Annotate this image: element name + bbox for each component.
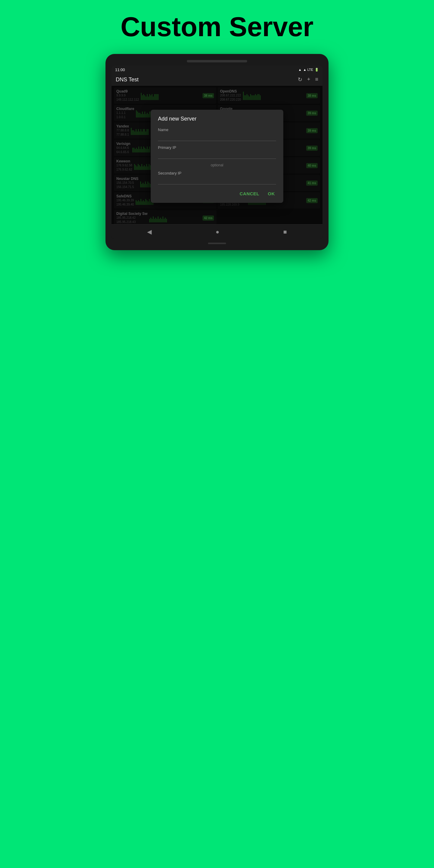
- tablet-top-bar: [112, 60, 322, 62]
- ok-button[interactable]: OK: [267, 189, 276, 198]
- primary-ip-input[interactable]: [158, 151, 276, 159]
- home-button[interactable]: ●: [216, 228, 219, 236]
- tablet-camera: [187, 60, 247, 62]
- tune-icon[interactable]: ≡: [315, 76, 318, 83]
- tablet-frame: 11:00 ▲ ▲ LTE 🔋 DNS Test ↻ + ≡ Quad9 9.: [105, 54, 329, 250]
- dns-list-container: Quad9 9.9.9.9149.112.112.112 38 ms OpenD…: [112, 86, 322, 224]
- optional-text: optional: [158, 163, 276, 167]
- status-bar: 11:00 ▲ ▲ LTE 🔋: [112, 65, 322, 74]
- add-server-dialog: Add new Server Name Primary IP optional …: [151, 110, 283, 203]
- status-time: 11:00: [115, 67, 125, 72]
- name-field: Name: [158, 127, 276, 141]
- tablet-home-indicator: [208, 243, 226, 244]
- back-button[interactable]: ◀: [147, 228, 152, 236]
- tablet-bottom-bar: [112, 243, 322, 244]
- app-bar: DNS Test ↻ + ≡: [112, 74, 322, 86]
- primary-ip-label: Primary IP: [158, 145, 276, 150]
- secondary-ip-label: Secondary IP: [158, 171, 276, 176]
- secondary-ip-field: Secondary IP: [158, 171, 276, 184]
- dialog-title: Add new Server: [158, 116, 276, 122]
- secondary-ip-input[interactable]: [158, 177, 276, 184]
- app-bar-icons: ↻ + ≡: [298, 76, 318, 83]
- recent-button[interactable]: ■: [283, 228, 287, 236]
- wifi-icon: ▲: [299, 68, 302, 71]
- primary-ip-field: Primary IP: [158, 145, 276, 159]
- status-icons: ▲ ▲ LTE 🔋: [299, 68, 319, 72]
- bottom-nav: ◀ ● ■: [112, 224, 322, 239]
- lte-icon: ▲ LTE: [303, 68, 313, 71]
- dialog-overlay: Add new Server Name Primary IP optional …: [112, 86, 322, 224]
- name-label: Name: [158, 127, 276, 132]
- tablet-screen: 11:00 ▲ ▲ LTE 🔋 DNS Test ↻ + ≡ Quad9 9.: [112, 65, 322, 239]
- add-icon[interactable]: +: [307, 76, 310, 83]
- cancel-button[interactable]: CANCEL: [239, 189, 261, 198]
- app-bar-title: DNS Test: [116, 76, 138, 83]
- battery-icon: 🔋: [315, 68, 319, 72]
- page-title: Custom Server: [121, 12, 313, 42]
- name-input[interactable]: [158, 133, 276, 141]
- refresh-icon[interactable]: ↻: [298, 76, 302, 83]
- dialog-actions: CANCEL OK: [158, 189, 276, 198]
